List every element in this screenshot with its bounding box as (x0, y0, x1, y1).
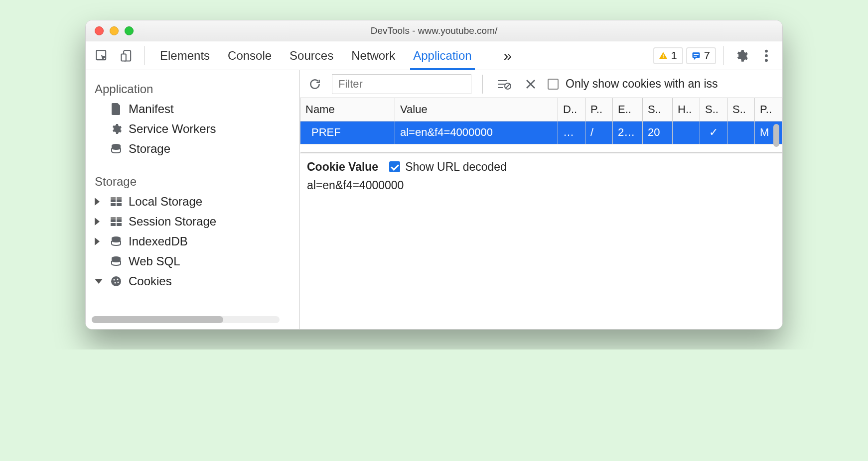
window-title: DevTools - www.youtube.com/ (86, 25, 782, 36)
settings-icon[interactable] (730, 44, 752, 67)
application-sidebar: Application Manifest Service Workers Sto… (86, 70, 300, 329)
messages-badge[interactable]: 7 (686, 47, 716, 64)
cookie-icon (110, 275, 123, 287)
caret-right-icon (95, 218, 100, 226)
cell-http (673, 121, 700, 144)
messages-count: 7 (704, 49, 710, 62)
sidebar-item-label: Cookies (129, 274, 172, 288)
more-tabs-button[interactable]: » (504, 47, 512, 64)
sidebar-section-storage: Storage (86, 168, 299, 192)
sidebar-item-label: Web SQL (129, 254, 180, 268)
col-secure[interactable]: S.. (700, 98, 727, 121)
cookie-detail-pane: Cookie Value Show URL decoded al=en&f4=4… (300, 153, 782, 199)
clear-all-icon[interactable] (494, 74, 514, 94)
panel-body: Application Manifest Service Workers Sto… (86, 70, 782, 329)
cell-domain: … (558, 121, 585, 144)
devtools-tabs: Elements Console Sources Network Applica… (160, 41, 512, 70)
only-issues-checkbox[interactable] (548, 79, 559, 90)
tab-network[interactable]: Network (351, 41, 395, 70)
delete-selected-icon[interactable] (521, 74, 541, 94)
svg-rect-3 (663, 54, 664, 56)
cell-name: PREF (300, 121, 395, 144)
svg-point-23 (114, 279, 115, 281)
tab-sources[interactable]: Sources (289, 41, 333, 70)
caret-down-icon (95, 279, 103, 284)
col-path[interactable]: P.. (585, 98, 613, 121)
sidebar-item-label: Local Storage (129, 195, 202, 209)
svg-rect-5 (692, 52, 700, 58)
grid-icon (110, 217, 123, 226)
cell-size: 20 (643, 121, 673, 144)
caret-right-icon (95, 237, 100, 245)
devtools-window: DevTools - www.youtube.com/ Elements Con… (85, 20, 783, 330)
sidebar-item-label: Service Workers (129, 122, 216, 136)
table-scrollbar[interactable] (773, 124, 779, 147)
sidebar-item-websql[interactable]: Web SQL (86, 251, 299, 271)
col-domain[interactable]: D.. (558, 98, 585, 121)
warning-icon (658, 51, 668, 61)
message-icon (691, 51, 701, 61)
sidebar-scrollbar[interactable] (92, 316, 280, 323)
cookie-value-text: al=en&f4=4000000 (307, 174, 775, 192)
inspect-element-icon[interactable] (91, 44, 113, 67)
only-issues-label: Only show cookies with an iss (566, 77, 718, 91)
refresh-icon[interactable] (305, 74, 325, 94)
gear-icon (110, 123, 123, 135)
cookie-value-heading: Cookie Value (307, 160, 378, 174)
col-same[interactable]: S.. (727, 98, 755, 121)
separator (482, 75, 483, 94)
col-http[interactable]: H.. (673, 98, 700, 121)
cell-value: al=en&f4=4000000 (395, 121, 558, 144)
svg-point-26 (118, 282, 119, 283)
sidebar-item-indexeddb[interactable]: IndexedDB (86, 231, 299, 251)
cookies-toolbar: Only show cookies with an iss (300, 70, 782, 98)
col-priority[interactable]: P.. (755, 98, 782, 121)
database-icon (110, 235, 123, 247)
database-icon (110, 255, 123, 267)
show-url-decoded-checkbox[interactable] (389, 161, 400, 172)
col-size[interactable]: S.. (643, 98, 673, 121)
tab-console[interactable]: Console (228, 41, 272, 70)
sidebar-item-cookies[interactable]: Cookies (86, 271, 299, 291)
col-name[interactable]: Name (300, 98, 395, 121)
window-titlebar: DevTools - www.youtube.com/ (86, 20, 782, 41)
cell-same (727, 121, 755, 144)
svg-point-24 (117, 279, 119, 280)
grid-icon (110, 197, 123, 206)
svg-point-8 (765, 49, 768, 52)
warnings-count: 1 (671, 49, 677, 62)
separator (723, 46, 723, 65)
col-value[interactable]: Value (395, 98, 558, 121)
kebab-menu-icon[interactable] (755, 44, 777, 67)
tab-application[interactable]: Application (413, 41, 471, 70)
table-row[interactable]: PREF al=en&f4=4000000 … / 2… 20 ✓ M (300, 121, 782, 144)
table-row-empty (300, 144, 782, 152)
sidebar-item-service-workers[interactable]: Service Workers (86, 119, 299, 139)
sidebar-item-label: Storage (129, 142, 170, 156)
col-expires[interactable]: E.. (613, 98, 643, 121)
file-icon (110, 103, 123, 115)
separator (145, 46, 145, 65)
cookies-table: Name Value D.. P.. E.. S.. H.. S.. S.. P… (300, 98, 782, 153)
caret-right-icon (95, 198, 100, 206)
cell-expires: 2… (613, 121, 643, 144)
database-icon (110, 143, 123, 155)
sidebar-item-local-storage[interactable]: Local Storage (86, 192, 299, 212)
tab-elements[interactable]: Elements (160, 41, 210, 70)
sidebar-section-application: Application (86, 75, 299, 99)
svg-rect-7 (694, 56, 697, 57)
sidebar-item-session-storage[interactable]: Session Storage (86, 212, 299, 231)
show-url-decoded-label: Show URL decoded (405, 160, 507, 174)
svg-rect-4 (663, 57, 664, 58)
sidebar-item-storage[interactable]: Storage (86, 139, 299, 159)
svg-point-22 (111, 276, 121, 286)
cell-path: / (585, 121, 613, 144)
device-toolbar-icon[interactable] (116, 44, 138, 67)
svg-point-10 (765, 59, 768, 62)
cookies-pane: Only show cookies with an iss Name Value… (300, 70, 782, 329)
warnings-badge[interactable]: 1 (653, 47, 683, 64)
svg-line-31 (506, 84, 510, 88)
filter-input[interactable] (332, 74, 471, 94)
sidebar-item-manifest[interactable]: Manifest (86, 99, 299, 119)
sidebar-item-label: Session Storage (129, 215, 216, 229)
